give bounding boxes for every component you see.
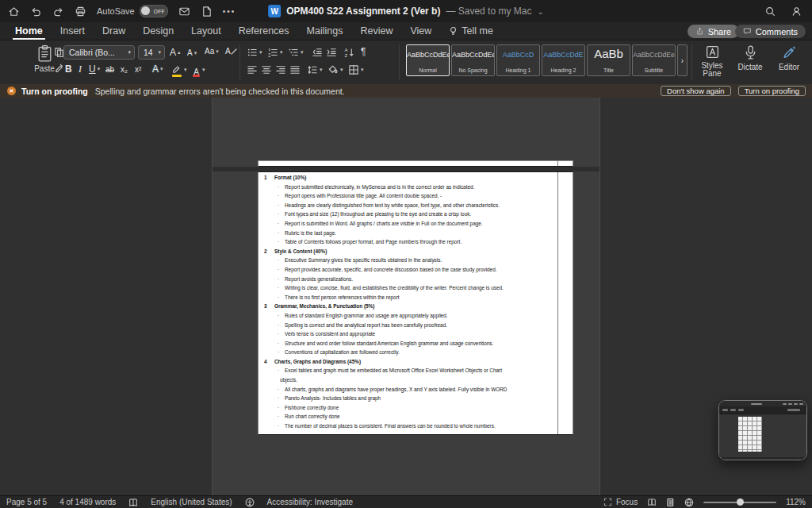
tab-label: Draw	[102, 25, 125, 37]
superscript-button[interactable]: x²	[135, 65, 141, 74]
styles-pane-button[interactable]: Styles Pane	[695, 44, 730, 78]
bullet-dot-icon: ·	[278, 385, 279, 394]
read-mode-button[interactable]	[647, 498, 657, 506]
tab-design[interactable]: Design	[134, 22, 182, 40]
change-case-button[interactable]: Aa ▾	[205, 47, 219, 56]
editor-button[interactable]: Editor	[771, 44, 807, 71]
text-effects-button[interactable]: A ▾	[152, 64, 163, 75]
screen-recording-thumbnail[interactable]	[718, 400, 807, 460]
print-icon[interactable]	[75, 6, 86, 17]
decrease-indent-button[interactable]	[312, 47, 323, 58]
highlight-color-button[interactable]: ▾	[171, 64, 187, 76]
document-icon[interactable]	[201, 6, 213, 17]
focus-mode-button[interactable]: Focus	[603, 498, 638, 506]
turn-on-proofing-button[interactable]: Turn on proofing	[738, 86, 806, 96]
tab-review[interactable]: Review	[351, 22, 401, 40]
page-indicator[interactable]: Page 5 of 5	[6, 498, 47, 506]
presence-person-icon[interactable]	[791, 6, 802, 17]
language-indicator[interactable]: English (United States)	[151, 498, 232, 506]
font-name-select[interactable]: Calibri (Bo... ▾	[63, 45, 135, 60]
zoom-slider-knob[interactable]	[737, 498, 744, 506]
font-color-button[interactable]: A ▾	[192, 64, 205, 76]
dont-show-again-button[interactable]: Don't show again	[661, 86, 731, 96]
bold-button[interactable]: B	[65, 64, 72, 75]
style-title[interactable]: AaBbTitle	[587, 44, 630, 76]
bullet-dot-icon: ·	[278, 219, 279, 229]
tab-label: Tell me	[462, 25, 493, 37]
underline-button[interactable]: U ▾	[89, 64, 100, 75]
style-no-spacing[interactable]: AaBbCcDdEeNo Spacing	[451, 44, 495, 76]
tab-insert[interactable]: Insert	[52, 22, 94, 40]
italic-button[interactable]: I	[79, 64, 82, 75]
multilevel-list-icon	[288, 47, 299, 58]
tab-view[interactable]: View	[401, 22, 440, 40]
redo-icon[interactable]	[52, 6, 64, 17]
mail-icon[interactable]	[178, 6, 190, 17]
bullet-list-button[interactable]: ▾	[247, 47, 262, 58]
tab-draw[interactable]: Draw	[94, 22, 134, 40]
line-spacing-button[interactable]: ▾	[307, 64, 323, 75]
align-center-button[interactable]	[261, 64, 272, 75]
shading-button[interactable]: ▾	[327, 64, 343, 75]
search-icon[interactable]	[764, 6, 776, 17]
clear-formatting-button[interactable]: A	[225, 47, 237, 56]
dictate-button[interactable]: Dictate	[733, 44, 768, 71]
document-canvas[interactable]: 1Format (10%)·Report submitted electroni…	[0, 98, 812, 496]
tab-home[interactable]: Home	[6, 22, 52, 40]
chevron-down-icon: ▾	[202, 67, 205, 73]
font-size-select[interactable]: 14 ▾	[138, 45, 165, 60]
style-heading-2[interactable]: AaBbCcDdEHeading 2	[542, 44, 585, 76]
strikethrough-button[interactable]: ab	[105, 65, 114, 74]
increase-indent-button[interactable]	[326, 47, 337, 58]
accessibility-status[interactable]: Accessibility: Investigate	[267, 498, 353, 506]
sort-button[interactable]: AZ	[343, 47, 354, 58]
rubric-table[interactable]: 1Format (10%)·Report submitted electroni…	[258, 171, 573, 435]
more-icon[interactable]: •••	[223, 7, 236, 16]
align-right-button[interactable]	[275, 64, 286, 75]
print-layout-button[interactable]	[666, 498, 675, 507]
pilcrow-button[interactable]: ¶	[361, 46, 366, 57]
undo-icon[interactable]	[30, 6, 42, 17]
svg-text:Z: Z	[344, 53, 347, 58]
justify-button[interactable]	[289, 64, 301, 75]
font-size-value: 14	[144, 48, 153, 57]
word-count[interactable]: 4 of 1489 words	[59, 498, 116, 506]
tab-tell-me[interactable]: Tell me	[440, 22, 502, 40]
style-subtitle[interactable]: AaBbCcDdEeSubtitle	[632, 44, 676, 76]
tab-mailings[interactable]: Mailings	[298, 22, 352, 40]
multilevel-list-button[interactable]: ▾	[288, 47, 304, 58]
style-preview: AaBb	[588, 47, 630, 60]
spellcheck-book-icon[interactable]	[128, 498, 138, 507]
bullet-dot-icon: ·	[278, 329, 279, 339]
zoom-level[interactable]: 112%	[786, 498, 806, 506]
style-normal[interactable]: AaBbCcDdEeNormal	[406, 44, 450, 76]
bullet-list-icon	[247, 47, 258, 58]
style-preview: AaBbCcDdEe	[407, 51, 449, 59]
borders-button[interactable]: ▾	[348, 64, 364, 75]
grow-font-button[interactable]: A▴	[170, 47, 181, 58]
styles-gallery-more-button[interactable]: ›	[677, 44, 688, 76]
format-painter-icon[interactable]	[54, 63, 64, 73]
share-button[interactable]: Share	[688, 25, 739, 38]
align-left-icon	[247, 64, 258, 75]
autosave-toggle[interactable]: OFF	[140, 5, 168, 17]
tab-label: Home	[15, 25, 43, 37]
strikethrough-label: ab	[105, 65, 114, 74]
tab-references[interactable]: References	[230, 22, 298, 40]
subscript-button[interactable]: x₂	[121, 65, 128, 74]
tab-layout[interactable]: Layout	[182, 22, 230, 40]
proofing-message: Spelling and grammar errors aren't being…	[95, 87, 345, 96]
accessibility-icon[interactable]	[245, 498, 255, 507]
style-preview: AaBbCcDdEe	[452, 51, 494, 59]
numbered-list-button[interactable]: ▾	[267, 47, 283, 58]
align-left-button[interactable]	[247, 64, 258, 75]
section-title: Grammar, Mechanics, & Punctuation (5%)	[274, 302, 374, 311]
shrink-font-button[interactable]: A▾	[187, 48, 197, 57]
chevron-down-icon[interactable]: ⌄	[537, 7, 543, 16]
web-layout-button[interactable]	[684, 498, 694, 507]
style-heading-1[interactable]: AaBbCcDHeading 1	[496, 44, 540, 76]
editor-pencil-icon	[782, 44, 797, 61]
home-icon[interactable]	[8, 6, 20, 17]
comments-button[interactable]: Comments	[735, 25, 806, 38]
zoom-slider[interactable]	[703, 502, 776, 503]
